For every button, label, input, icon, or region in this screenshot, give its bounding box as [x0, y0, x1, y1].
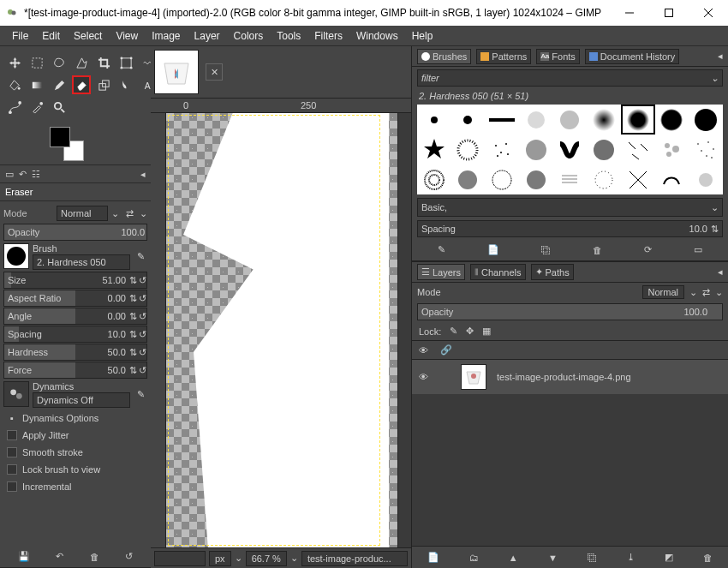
- new-group-icon[interactable]: 🗂: [469, 553, 479, 563]
- brush-preview[interactable]: [3, 243, 29, 269]
- dynamics-value[interactable]: Dynamics Off: [33, 392, 130, 408]
- delete-layer-icon[interactable]: 🗑: [703, 553, 713, 563]
- incremental-checkbox[interactable]: [7, 481, 17, 492]
- eraser-tool[interactable]: [72, 75, 91, 94]
- angle-reset-icon[interactable]: ↺: [139, 311, 146, 322]
- fg-color-swatch[interactable]: [50, 127, 70, 147]
- dynamics-icon[interactable]: [3, 381, 29, 407]
- tab-menu-icon[interactable]: ◂: [140, 169, 146, 180]
- layer-opacity-slider[interactable]: Opacity 100.0⇅: [417, 303, 723, 320]
- lock-pixels-icon[interactable]: ✎: [450, 326, 457, 337]
- mode-chevron2-icon[interactable]: ⌄: [140, 208, 147, 219]
- jitter-checkbox[interactable]: [7, 430, 17, 440]
- tab-paths[interactable]: ✦Paths: [531, 264, 574, 280]
- rect-select-tool[interactable]: [27, 53, 46, 72]
- layer-mode-chevron-icon[interactable]: ⌄: [689, 287, 697, 298]
- fg-bg-color[interactable]: [50, 127, 84, 161]
- reset-preset-icon[interactable]: ↺: [125, 551, 133, 562]
- ruler-horizontal[interactable]: 0 250: [151, 98, 411, 113]
- lock-position-icon[interactable]: ✥: [466, 326, 474, 337]
- zoom-field[interactable]: 66.7 %: [246, 551, 287, 566]
- clone-tool[interactable]: [94, 75, 113, 94]
- free-select-tool[interactable]: [50, 53, 69, 72]
- duplicate-layer-icon[interactable]: ⿻: [588, 553, 597, 563]
- mode-dropdown[interactable]: Normal: [57, 206, 108, 221]
- hardness-slider[interactable]: Hardness50.0⇅↺: [3, 344, 147, 361]
- zoom-chevron-icon[interactable]: ⌄: [290, 553, 298, 564]
- mask-icon[interactable]: ◩: [665, 552, 673, 563]
- layer-row[interactable]: 👁 test-image-product-image-4.png: [412, 360, 728, 394]
- menu-filters[interactable]: Filters: [307, 27, 349, 45]
- delete-brush-icon[interactable]: 🗑: [593, 245, 602, 255]
- tab-brushes[interactable]: Brushes: [417, 49, 471, 64]
- menu-view[interactable]: View: [109, 27, 145, 45]
- size-reset-icon[interactable]: ↺: [139, 275, 146, 286]
- menu-select[interactable]: Select: [67, 27, 109, 45]
- duplicate-brush-icon[interactable]: ⿻: [541, 245, 551, 255]
- save-preset-icon[interactable]: 💾: [18, 551, 30, 562]
- smudge-tool[interactable]: [116, 75, 135, 94]
- move-tool[interactable]: [5, 53, 24, 72]
- new-layer-icon[interactable]: 📄: [427, 552, 439, 563]
- color-picker-tool[interactable]: [27, 98, 46, 117]
- fuzzy-select-tool[interactable]: [72, 53, 91, 72]
- menu-windows[interactable]: Windows: [349, 27, 405, 45]
- transform-tool[interactable]: [116, 53, 135, 72]
- close-image-icon[interactable]: ✕: [206, 63, 223, 81]
- layers-tab-menu-icon[interactable]: ◂: [718, 266, 723, 278]
- tool-options-tab-icon[interactable]: ▭: [5, 169, 14, 180]
- scrollbar-vertical[interactable]: [397, 113, 411, 547]
- menu-layer[interactable]: Layer: [188, 27, 227, 45]
- brush-preset-dropdown[interactable]: Basic,⌄: [417, 198, 723, 217]
- close-button[interactable]: [689, 0, 728, 26]
- open-as-image-icon[interactable]: ▭: [694, 244, 702, 255]
- zoom-tool[interactable]: [50, 98, 69, 117]
- gradient-tool[interactable]: [27, 75, 46, 94]
- delete-preset-icon[interactable]: 🗑: [90, 552, 99, 562]
- brush-edit-icon[interactable]: ✎: [134, 249, 147, 263]
- image-thumbnail[interactable]: [154, 50, 199, 94]
- angle-slider[interactable]: Angle0.00⇅↺: [3, 308, 147, 325]
- mode-switch-icon[interactable]: ⇄: [122, 206, 136, 220]
- edit-brush-icon[interactable]: ✎: [438, 244, 445, 255]
- unit-chevron-icon[interactable]: ⌄: [235, 553, 242, 564]
- spacing-reset-icon[interactable]: ↺: [139, 329, 146, 340]
- layer-visible-icon[interactable]: 👁: [419, 372, 428, 382]
- dynamics-edit-icon[interactable]: ✎: [134, 387, 147, 401]
- maximize-button[interactable]: [649, 0, 689, 26]
- tab-patterns[interactable]: Patterns: [476, 49, 531, 64]
- pencil-tool[interactable]: [50, 75, 69, 94]
- dynamics-options-expander[interactable]: ▪Dynamics Options: [3, 410, 147, 427]
- layer-name[interactable]: test-image-product-image-4.png: [497, 372, 631, 382]
- brush-grid[interactable]: [417, 105, 723, 194]
- ruler-vertical[interactable]: [151, 113, 166, 547]
- restore-preset-icon[interactable]: ↶: [56, 551, 63, 562]
- brush-filter-input[interactable]: filter⌄: [417, 69, 723, 87]
- new-brush-icon[interactable]: 📄: [487, 244, 499, 255]
- right-tab-menu-icon[interactable]: ◂: [718, 51, 723, 62]
- refresh-brushes-icon[interactable]: ⟳: [644, 244, 652, 255]
- force-reset-icon[interactable]: ↺: [139, 365, 146, 376]
- minimize-button[interactable]: [610, 0, 649, 26]
- crop-tool[interactable]: [94, 53, 113, 72]
- bucket-fill-tool[interactable]: [5, 75, 24, 94]
- tab-layers[interactable]: ☰Layers: [417, 264, 465, 280]
- menu-help[interactable]: Help: [405, 27, 440, 45]
- hardness-reset-icon[interactable]: ↺: [139, 347, 146, 358]
- layer-mode-dropdown[interactable]: Normal: [642, 285, 684, 299]
- brush-selected[interactable]: [621, 105, 655, 135]
- tab-document-history[interactable]: Document History: [585, 49, 679, 64]
- menu-edit[interactable]: Edit: [35, 27, 67, 45]
- tab-channels[interactable]: ⦀Channels: [470, 264, 525, 280]
- smooth-checkbox[interactable]: [7, 447, 17, 457]
- lock-alpha-icon[interactable]: ▦: [482, 326, 491, 337]
- menu-colors[interactable]: Colors: [227, 27, 271, 45]
- merge-down-icon[interactable]: ⤓: [627, 552, 635, 563]
- mode-chevron-icon[interactable]: ⌄: [111, 208, 119, 219]
- menu-file[interactable]: File: [5, 27, 35, 45]
- lower-layer-icon[interactable]: ▼: [548, 553, 558, 563]
- undo-history-tab-icon[interactable]: ☷: [32, 169, 40, 180]
- brush-name[interactable]: 2. Hardness 050: [33, 254, 130, 270]
- force-slider[interactable]: Force50.0⇅↺: [3, 362, 147, 379]
- lockview-checkbox[interactable]: [7, 464, 17, 475]
